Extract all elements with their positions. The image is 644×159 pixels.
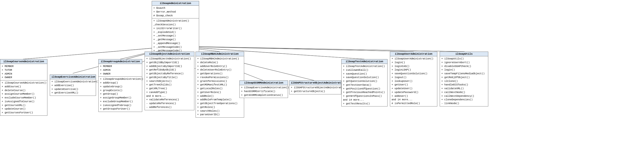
ilSoapExerciseAdministration-title: ilSoapExerciseAdministration — [50, 75, 96, 79]
ilSoapUserAdministration-title: ilSoapUserAdministration — [390, 52, 437, 56]
svg-line-31 — [175, 46, 414, 52]
methods: + ilSOAPStructureObjectAdministration() … — [290, 85, 341, 94]
ilSoapCourseAdministration-box: ilSoapCourseAdministration + MEMBER + TU… — [0, 59, 48, 116]
method-row: + getUser() — [392, 83, 436, 87]
method-row: + getTestResults() — [343, 102, 386, 106]
method-row: + cloneDependencies() — [441, 98, 486, 102]
methods: + ilSoapGroupAdministration() + addGroup… — [98, 77, 142, 112]
ilSoapUtils-title: ilSoapUtils — [440, 52, 488, 56]
method-row: + grantPermissions() — [197, 79, 242, 83]
method-row: + addUser() — [392, 94, 436, 98]
ilSoapUserAdministration-box: ilSoapUserAdministration + ilSoapUserAdm… — [390, 52, 437, 107]
methods: + ilSoapTestAdministration() + isAllowed… — [342, 64, 387, 106]
svg-line-32 — [175, 46, 464, 52]
method-row: + logout() — [392, 76, 436, 79]
method-row: + addRoleFromTemplate() — [197, 98, 242, 102]
method-row: + saveTempFileAsMediaObject() — [441, 72, 486, 76]
method-row: + addObjectsByImportId() — [146, 65, 193, 68]
method-row: + updateExercise() — [52, 88, 94, 91]
method-row: + _setMessageCode() — [153, 45, 198, 49]
method-row: + deleteCourse() — [2, 89, 46, 93]
method-row: + getObjectTreeOperations() — [197, 102, 242, 106]
method-row: + deleteRole() — [197, 61, 242, 65]
ilSoapAdministration-fields: + $sauth + $error_method # $soap_check — [152, 6, 199, 18]
method-row: + hasSCORMCertificate() — [241, 90, 286, 93]
method-row: + _appendMessage() — [153, 42, 198, 45]
method-row: + updateUser() — [392, 87, 436, 91]
method-row: + validateXML() — [441, 87, 486, 91]
method-row: + getTreeChilds() — [146, 83, 193, 87]
methods: + ilSoapCourseAdministration() + addCour… — [0, 80, 47, 116]
ilSoapSCORMAdministration-box: ilSoapSCORMAdministration + ilSoapExerci… — [240, 80, 288, 98]
method-row: + groupExists() — [100, 89, 140, 93]
method-row: + getObjectsByReference() — [146, 72, 193, 76]
method-row: + ilSoapRBACAdministration() — [197, 57, 242, 61]
method-row: + login() — [392, 61, 436, 65]
method-row: + getMobjOfObject() — [441, 76, 486, 79]
ilSoapGroupAdministration-title: ilSoapGroupAdministration — [98, 59, 142, 64]
method-row: + getMSManifestXML() — [197, 83, 242, 87]
method-row: + updateGroup() — [100, 85, 140, 89]
method-row: + excludeGroupMember() — [100, 100, 140, 104]
method-row: + getCoursesForUser() — [2, 111, 46, 115]
method-row: + searchRoles() — [197, 109, 242, 113]
method-row: + assignCourseMember() — [2, 92, 46, 96]
ilSoapTestAdministration-title: ilSoapTestAdministration — [342, 59, 387, 64]
ilSoapObjectAdministration-box: ilSoapObjectAdministration + ilSoapObjec… — [144, 52, 194, 110]
method-row: + addExercise() — [52, 84, 94, 88]
method-row: + getRefIdsByObjId() — [146, 68, 193, 72]
method-row: + getCourseXML() — [2, 104, 46, 107]
method-row: + getNrOfQuestionsInPass() — [343, 94, 386, 98]
method-row: + revokePermissions() — [197, 76, 242, 79]
method-row: - updateReferences() — [146, 102, 193, 106]
method-row: and 14 more... — [343, 98, 386, 102]
ilSoapSCORMAdministration-title: ilSoapSCORMAdministration — [240, 81, 288, 85]
method-row: + handleECSTasks() — [441, 83, 486, 87]
method-row: + ilSoapGroupAdministration() — [100, 77, 140, 81]
method-row: - addReferences() — [146, 106, 193, 109]
field-row: + OWNER — [2, 76, 46, 79]
methods: + ilSoapUserAdministration() + login() +… — [390, 56, 437, 106]
method-row: + callNextNode() — [441, 91, 486, 94]
field-row: + TUTOR — [2, 68, 46, 72]
method-row: + ilClone() — [441, 79, 486, 83]
field-row: + ADMIN — [100, 68, 140, 72]
method-row: + loginCAS() — [392, 65, 436, 68]
method-row: - linkNode() — [441, 102, 486, 106]
method-row: + ilSoapUtils() — [441, 57, 486, 61]
method-row: + ilSoapTestAdministration() — [343, 65, 386, 68]
fields: + MEMBER + ADMIN + OWNER — [98, 64, 142, 77]
method-row: and 14 more... — [392, 98, 436, 102]
ilSoapCourseAdministration-title: ilSoapCourseAdministration — [0, 59, 47, 64]
method-row: + getOperations() — [197, 72, 242, 76]
ilSoapAdministration-title: ilSoapAdministration — [152, 1, 199, 6]
ilSoapRBACAdministration-box: ilSoapRBACAdministration + ilSoapRBACAdm… — [196, 52, 244, 118]
method-row: + saveQuestionSolution() — [343, 76, 386, 79]
method-row: + getExerciseXML() — [52, 91, 94, 95]
ilSoapUtils-box: ilSoapUtils + ilSoapUtils() + ignoreUser… — [440, 52, 488, 107]
method-row: + isAllowedCall() — [343, 68, 386, 72]
method-row: + addCourse() — [2, 85, 46, 89]
field-row: + MEMBER — [2, 65, 46, 68]
ilSoapObjectAdministration-title: ilSoapObjectAdministration — [145, 52, 194, 56]
method-row: + initErrorWriter() — [153, 27, 198, 30]
methods: + ilSoapRBACAdministration() + deleteRol… — [196, 56, 244, 117]
method-row: + ignoreUserAbort() — [441, 61, 486, 65]
method-row: # isPermittedRole() — [392, 102, 436, 106]
ilSOAPStructureObjectAdministration-title: ilSOAPStructureObjectAdministration — [290, 81, 341, 85]
method-row: + saveQuestion() — [343, 72, 386, 76]
method-row: + getGroupsForUser() — [100, 107, 140, 111]
method-row: + login() — [441, 68, 486, 72]
svg-line-20 — [175, 46, 464, 52]
ilSoapRBACAdministration-title: ilSoapRBACAdministration — [196, 52, 244, 56]
method-row: + ilSoapExerciseAdministration() — [52, 80, 94, 84]
ilSoapTestAdministration-box: ilSoapTestAdministration + ilSoapTestAdm… — [341, 59, 388, 107]
method-row: + addUserRoleEntry() — [197, 65, 242, 68]
ilSoapExerciseAdministration-box: ilSoapExerciseAdministration + ilSoapExe… — [50, 75, 96, 96]
method-row: + _getMessage() — [153, 38, 198, 42]
methods: + ilSoapObjectAdministration() + getObjI… — [145, 56, 194, 110]
field-row: + OWNER — [100, 72, 140, 76]
method-row: + parseUserID() — [197, 113, 242, 117]
method-row: + excludeCourseMember() — [2, 96, 46, 100]
method-row: + addGroup() — [100, 81, 140, 85]
